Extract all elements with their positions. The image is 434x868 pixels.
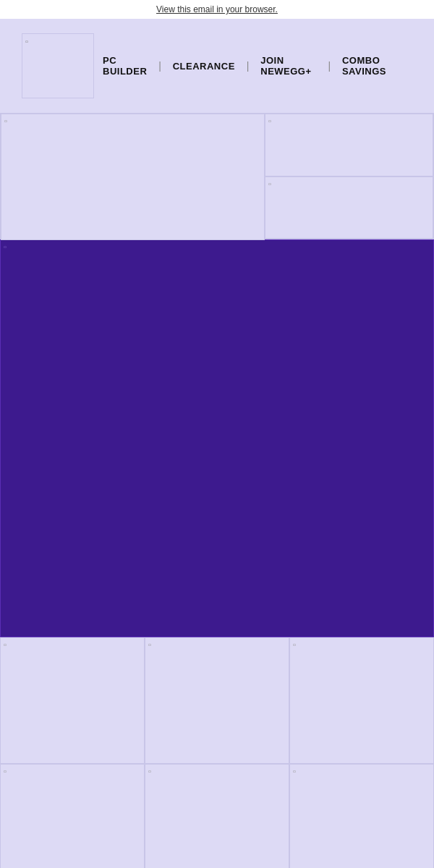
broken-image-icon: ▫ <box>148 641 151 649</box>
hero-image-right-bottom[interactable]: ▫ <box>265 176 433 239</box>
nav-item-pc-builder[interactable]: PC BUILDER <box>94 55 156 77</box>
broken-image-icon: ▫ <box>268 117 271 125</box>
product-cell-2-1[interactable]: ▫ <box>0 764 145 868</box>
broken-image-icon: ▫ <box>4 641 7 649</box>
hero-grid: ▫ ▫ ▫ <box>0 113 434 239</box>
logo-image: ▫ <box>22 34 93 98</box>
product-cell-2-2[interactable]: ▫ <box>145 764 289 868</box>
product-cell-2-3[interactable]: ▫ <box>289 764 434 868</box>
product-cell-1-3[interactable]: ▫ <box>289 637 434 764</box>
nav-item-combo-savings[interactable]: COMBO SAVINGS <box>333 55 412 77</box>
product-row-1: ▫ ▫ ▫ <box>0 637 434 764</box>
broken-image-icon: ▫ <box>4 243 7 251</box>
hero-image-left[interactable]: ▫ <box>1 114 265 240</box>
hero-right-column: ▫ ▫ <box>265 114 433 239</box>
product-row-2: ▫ ▫ ▫ <box>0 764 434 868</box>
broken-image-icon: ▫ <box>4 767 7 775</box>
nav-separator-3: | <box>326 60 333 72</box>
broken-image-icon: ▫ <box>25 37 28 46</box>
top-bar: View this email in your browser. <box>0 0 434 19</box>
broken-image-icon: ▫ <box>293 641 296 649</box>
nav-menu: PC BUILDER | CLEARANCE | JOIN NEWEGG+ | … <box>94 55 412 77</box>
broken-image-icon: ▫ <box>268 180 271 188</box>
logo-area: ▫ <box>22 33 94 98</box>
purple-banner[interactable]: ▫ <box>0 239 434 637</box>
broken-image-icon: ▫ <box>148 767 151 775</box>
broken-image-icon: ▫ <box>4 117 7 125</box>
header: ▫ PC BUILDER | CLEARANCE | JOIN NEWEGG+ … <box>0 19 434 113</box>
product-cell-1-2[interactable]: ▫ <box>145 637 289 764</box>
view-in-browser-link[interactable]: View this email in your browser. <box>156 4 278 14</box>
nav-separator-1: | <box>156 60 163 72</box>
broken-image-icon: ▫ <box>293 767 296 775</box>
nav-item-clearance[interactable]: CLEARANCE <box>164 61 244 72</box>
hero-image-right-top[interactable]: ▫ <box>265 114 433 176</box>
nav-item-join-newegg[interactable]: JOIN NEWEGG+ <box>252 55 325 77</box>
nav-separator-2: | <box>244 60 252 72</box>
product-cell-1-1[interactable]: ▫ <box>0 637 145 764</box>
